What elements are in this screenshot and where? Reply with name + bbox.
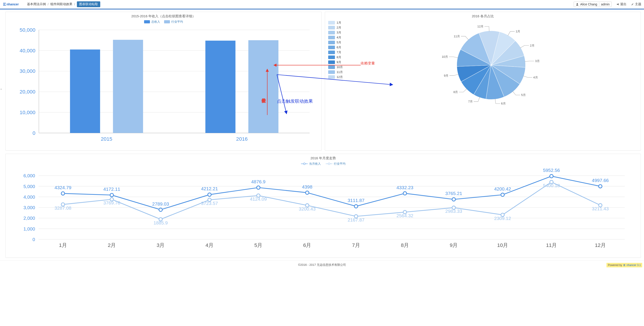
- pie-legend-item[interactable]: 3月: [328, 30, 343, 35]
- svg-text:3月: 3月: [535, 59, 540, 63]
- pie-chart[interactable]: 1月2月3月4月5月6月7月8月9月10月11月12月: [437, 20, 545, 108]
- topbar-right: Alice Chang admin 退出 主题: [574, 1, 641, 7]
- breadcrumb: 基本用法示例 / 组件间联动效果 / 图表联动钻取: [27, 1, 574, 7]
- legend-label: 12月: [337, 75, 343, 79]
- pie-legend-item[interactable]: 4月: [328, 35, 343, 39]
- svg-text:1月: 1月: [59, 242, 67, 248]
- legend-label: 6月: [337, 45, 341, 49]
- bar-chart-title: 2015-2016 年收入（点击柱状图查看详细）: [9, 14, 318, 18]
- pie-legend-item[interactable]: 10月: [328, 65, 343, 69]
- legend-label: 4月: [337, 35, 341, 39]
- bar-legend-item[interactable]: 行业平均: [164, 20, 183, 24]
- brush-icon: [631, 3, 634, 6]
- svg-text:7月: 7月: [352, 242, 360, 248]
- svg-text:5400.18: 5400.18: [543, 183, 560, 188]
- pie-legend-item[interactable]: 7月: [328, 50, 343, 54]
- bar-legend: 总收入 行业平均: [9, 20, 318, 24]
- svg-text:3月: 3月: [157, 242, 165, 248]
- svg-text:5,000: 5,000: [24, 184, 35, 189]
- theme-link[interactable]: 主题: [631, 2, 641, 6]
- legend-label: 11月: [337, 70, 343, 74]
- legend-swatch: [328, 36, 335, 39]
- legend-swatch: [328, 70, 335, 74]
- svg-text:0: 0: [32, 130, 36, 136]
- svg-text:7月: 7月: [468, 100, 473, 103]
- pie-legend-item[interactable]: 6月: [328, 45, 343, 49]
- svg-text:9月: 9月: [450, 242, 458, 248]
- svg-rect-23: [206, 41, 236, 133]
- svg-text:6,000: 6,000: [24, 173, 35, 178]
- svg-text:1月: 1月: [516, 30, 520, 33]
- svg-point-76: [257, 186, 260, 189]
- svg-text:2789.03: 2789.03: [152, 201, 169, 207]
- svg-text:3111.87: 3111.87: [348, 198, 364, 203]
- pie-legend-item[interactable]: 11月: [328, 70, 343, 74]
- svg-rect-24: [248, 40, 278, 133]
- logout-link[interactable]: 退出: [616, 2, 626, 6]
- svg-text:2月: 2月: [530, 44, 534, 47]
- pie-chart-panel: 2016 各月占比 1月2月3月4月5月6月7月8月9月10月11月12月 1月…: [325, 12, 641, 151]
- svg-rect-5: [618, 3, 619, 5]
- svg-point-70: [110, 193, 114, 197]
- legend-label: 行业平均: [171, 20, 183, 24]
- svg-text:10,000: 10,000: [20, 109, 35, 115]
- pie-chart-title: 2016 各月占比: [328, 14, 638, 18]
- svg-point-86: [501, 193, 504, 197]
- svg-text:4124.09: 4124.09: [250, 196, 267, 202]
- legend-label: 总收入: [151, 20, 160, 24]
- svg-rect-20: [70, 49, 100, 133]
- line-legend: 当月收入 行业平均: [9, 162, 638, 166]
- line-legend-item[interactable]: 行业平均: [326, 162, 346, 166]
- svg-text:11月: 11月: [454, 35, 460, 38]
- svg-point-80: [354, 205, 358, 208]
- pie-legend-item[interactable]: 12月: [328, 75, 343, 79]
- svg-text:1,000: 1,000: [24, 226, 35, 231]
- svg-text:30,000: 30,000: [20, 68, 35, 74]
- svg-text:5月: 5月: [254, 242, 262, 248]
- brand-logo[interactable]: nhancer: [3, 2, 23, 6]
- powered-by-badge[interactable]: Powered by nhancer 3.1: [606, 263, 642, 267]
- breadcrumb-mid[interactable]: 组件间联动效果: [50, 2, 72, 6]
- svg-text:2月: 2月: [108, 242, 116, 248]
- svg-point-82: [403, 192, 407, 195]
- svg-text:4月: 4月: [534, 76, 538, 79]
- svg-point-41: [328, 163, 330, 165]
- bar-chart[interactable]: 010,00020,00030,00040,00050,00020152016: [9, 26, 318, 146]
- svg-text:4324.79: 4324.79: [54, 185, 71, 190]
- svg-text:3765.21: 3765.21: [445, 191, 462, 196]
- user-box[interactable]: Alice Chang admin: [574, 1, 612, 7]
- pie-legend-item[interactable]: 8月: [328, 55, 343, 59]
- legend-swatch: [164, 20, 170, 23]
- footer: ©2016 - 2017 无远信息技术有限公司 Powered by nhanc…: [0, 260, 644, 268]
- legend-label: 当月收入: [309, 162, 321, 166]
- svg-text:2983.33: 2983.33: [445, 209, 462, 214]
- svg-text:8月: 8月: [454, 90, 458, 94]
- breadcrumb-active[interactable]: 图表联动钻取: [77, 1, 100, 7]
- user-role: admin: [599, 2, 610, 6]
- svg-point-39: [304, 163, 305, 165]
- bar-legend-item[interactable]: 总收入: [144, 20, 160, 24]
- pie-legend-item[interactable]: 9月: [328, 60, 343, 64]
- svg-text:4398: 4398: [302, 184, 312, 189]
- legend-swatch: [328, 55, 335, 59]
- svg-text:2016: 2016: [236, 136, 248, 142]
- svg-text:12月: 12月: [478, 25, 484, 28]
- pie-legend-item[interactable]: 1月: [328, 21, 343, 25]
- line-chart[interactable]: 01,0002,0003,0004,0005,0006,0001月2月3月4月5…: [9, 167, 638, 252]
- pie-legend-item[interactable]: 2月: [328, 26, 343, 30]
- legend-swatch: [328, 26, 335, 29]
- svg-text:4月: 4月: [206, 242, 214, 248]
- breadcrumb-root[interactable]: 基本用法示例: [27, 2, 46, 6]
- pie-legend-item[interactable]: 5月: [328, 40, 343, 44]
- breadcrumb-sep: /: [48, 2, 48, 6]
- svg-text:6月: 6月: [303, 242, 311, 248]
- svg-text:12月: 12月: [595, 242, 606, 248]
- line-legend-item[interactable]: 当月收入: [301, 162, 321, 166]
- svg-point-68: [61, 192, 64, 195]
- svg-point-84: [452, 198, 456, 201]
- line-chart-panel: 2016 年月度走势 当月收入 行业平均 01,0002,0003,0004,0…: [6, 154, 641, 258]
- footer-text: ©2016 - 2017 无远信息技术有限公司: [298, 263, 346, 267]
- legend-swatch: [328, 75, 335, 79]
- legend-label: 7月: [337, 50, 341, 54]
- svg-point-78: [306, 191, 309, 194]
